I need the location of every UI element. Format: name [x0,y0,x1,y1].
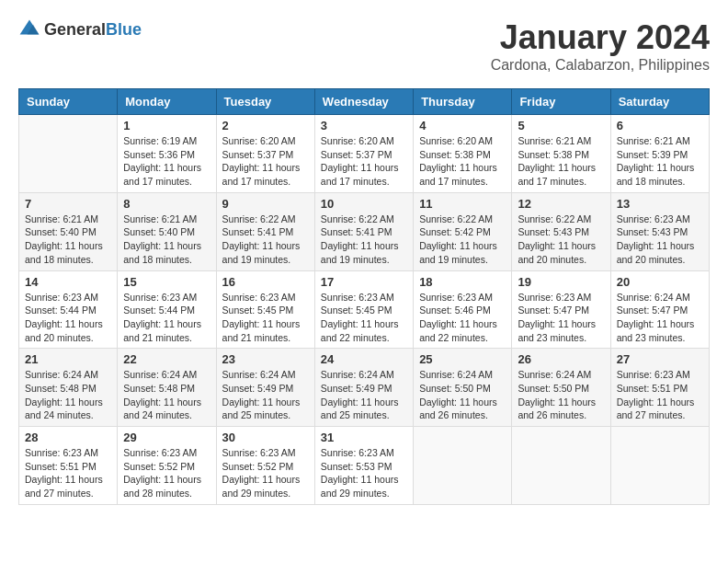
calendar-cell: 3Sunrise: 6:20 AMSunset: 5:37 PMDaylight… [314,115,413,193]
day-number: 7 [25,197,111,211]
page-header: GeneralBlue January 2024 Cardona, Calaba… [18,18,710,74]
cell-info: Sunrise: 6:21 AMSunset: 5:40 PMDaylight:… [25,213,111,267]
day-number: 14 [25,275,111,289]
day-number: 24 [321,352,407,366]
day-number: 20 [617,275,703,289]
day-number: 22 [123,352,210,366]
calendar-cell: 27Sunrise: 6:23 AMSunset: 5:51 PMDayligh… [610,349,709,427]
cell-info: Sunrise: 6:21 AMSunset: 5:40 PMDaylight:… [123,213,210,267]
cell-info: Sunrise: 6:24 AMSunset: 5:49 PMDaylight:… [321,368,407,422]
day-number: 19 [518,275,604,289]
calendar-cell: 16Sunrise: 6:23 AMSunset: 5:45 PMDayligh… [216,270,314,349]
cell-info: Sunrise: 6:23 AMSunset: 5:44 PMDaylight:… [25,291,111,345]
calendar-cell: 25Sunrise: 6:24 AMSunset: 5:50 PMDayligh… [414,349,512,427]
cell-info: Sunrise: 6:20 AMSunset: 5:37 PMDaylight:… [321,134,407,189]
calendar-cell: 26Sunrise: 6:24 AMSunset: 5:50 PMDayligh… [512,349,610,427]
day-number: 21 [25,352,111,366]
cell-info: Sunrise: 6:24 AMSunset: 5:50 PMDaylight:… [518,368,604,422]
calendar-cell: 23Sunrise: 6:24 AMSunset: 5:49 PMDayligh… [216,349,314,427]
calendar-cell: 13Sunrise: 6:23 AMSunset: 5:43 PMDayligh… [610,192,709,270]
cell-info: Sunrise: 6:20 AMSunset: 5:37 PMDaylight:… [222,134,309,189]
cell-info: Sunrise: 6:23 AMSunset: 5:52 PMDaylight:… [222,446,309,500]
day-number: 13 [617,197,703,211]
day-number: 23 [222,352,309,366]
day-number: 6 [617,119,703,132]
calendar-cell: 18Sunrise: 6:23 AMSunset: 5:46 PMDayligh… [414,270,512,349]
location-title: Cardona, Calabarzon, Philippines [491,57,710,74]
cell-info: Sunrise: 6:24 AMSunset: 5:50 PMDaylight:… [419,368,506,422]
calendar-cell: 15Sunrise: 6:23 AMSunset: 5:44 PMDayligh… [118,270,216,349]
calendar-cell: 9Sunrise: 6:22 AMSunset: 5:41 PMDaylight… [216,192,314,270]
calendar-week-row: 7Sunrise: 6:21 AMSunset: 5:40 PMDaylight… [19,192,710,270]
calendar-week-row: 14Sunrise: 6:23 AMSunset: 5:44 PMDayligh… [19,270,710,349]
calendar-cell: 11Sunrise: 6:22 AMSunset: 5:42 PMDayligh… [414,192,512,270]
day-number: 15 [123,275,210,289]
calendar-cell: 22Sunrise: 6:24 AMSunset: 5:48 PMDayligh… [118,349,216,427]
cell-info: Sunrise: 6:23 AMSunset: 5:52 PMDaylight:… [123,446,210,500]
cell-info: Sunrise: 6:20 AMSunset: 5:38 PMDaylight:… [419,134,506,189]
logo-text-blue: Blue [106,20,142,39]
calendar-day-header: Monday [118,89,216,115]
cell-info: Sunrise: 6:23 AMSunset: 5:45 PMDaylight:… [222,291,309,345]
calendar-cell: 19Sunrise: 6:23 AMSunset: 5:47 PMDayligh… [512,270,610,349]
calendar-cell: 30Sunrise: 6:23 AMSunset: 5:52 PMDayligh… [216,427,314,505]
calendar-cell: 12Sunrise: 6:22 AMSunset: 5:43 PMDayligh… [512,192,610,270]
calendar-week-row: 28Sunrise: 6:23 AMSunset: 5:51 PMDayligh… [19,427,710,505]
calendar-cell: 4Sunrise: 6:20 AMSunset: 5:38 PMDaylight… [414,115,512,193]
calendar-table: SundayMondayTuesdayWednesdayThursdayFrid… [18,88,710,505]
logo-icon [18,18,40,40]
cell-info: Sunrise: 6:23 AMSunset: 5:45 PMDaylight:… [321,291,407,345]
calendar-cell: 5Sunrise: 6:21 AMSunset: 5:38 PMDaylight… [512,115,610,193]
calendar-day-header: Friday [512,89,610,115]
day-number: 16 [222,275,309,289]
cell-info: Sunrise: 6:24 AMSunset: 5:48 PMDaylight:… [25,368,111,422]
day-number: 1 [123,119,210,132]
calendar-cell: 21Sunrise: 6:24 AMSunset: 5:48 PMDayligh… [19,349,118,427]
calendar-cell: 24Sunrise: 6:24 AMSunset: 5:49 PMDayligh… [314,349,413,427]
cell-info: Sunrise: 6:21 AMSunset: 5:38 PMDaylight:… [518,134,604,189]
cell-info: Sunrise: 6:23 AMSunset: 5:53 PMDaylight:… [321,446,407,500]
day-number: 4 [419,119,506,132]
calendar-day-header: Sunday [19,89,118,115]
calendar-cell: 2Sunrise: 6:20 AMSunset: 5:37 PMDaylight… [216,115,314,193]
calendar-cell: 29Sunrise: 6:23 AMSunset: 5:52 PMDayligh… [118,427,216,505]
day-number: 27 [617,352,703,366]
calendar-cell: 7Sunrise: 6:21 AMSunset: 5:40 PMDaylight… [19,192,118,270]
cell-info: Sunrise: 6:23 AMSunset: 5:51 PMDaylight:… [617,368,703,422]
calendar-cell: 1Sunrise: 6:19 AMSunset: 5:36 PMDaylight… [118,115,216,193]
calendar-cell: 8Sunrise: 6:21 AMSunset: 5:40 PMDaylight… [118,192,216,270]
logo-text-general: General [44,20,106,39]
calendar-cell [19,115,118,193]
day-number: 2 [222,119,309,132]
day-number: 9 [222,197,309,211]
day-number: 8 [123,197,210,211]
calendar-cell [512,427,610,505]
cell-info: Sunrise: 6:23 AMSunset: 5:47 PMDaylight:… [518,291,604,345]
calendar-cell: 17Sunrise: 6:23 AMSunset: 5:45 PMDayligh… [314,270,413,349]
title-area: January 2024 Cardona, Calabarzon, Philip… [491,18,710,74]
cell-info: Sunrise: 6:23 AMSunset: 5:46 PMDaylight:… [419,291,506,345]
cell-info: Sunrise: 6:22 AMSunset: 5:43 PMDaylight:… [518,213,604,267]
day-number: 30 [222,431,309,444]
calendar-cell: 31Sunrise: 6:23 AMSunset: 5:53 PMDayligh… [314,427,413,505]
calendar-cell: 14Sunrise: 6:23 AMSunset: 5:44 PMDayligh… [19,270,118,349]
cell-info: Sunrise: 6:24 AMSunset: 5:48 PMDaylight:… [123,368,210,422]
calendar-day-header: Wednesday [314,89,413,115]
cell-info: Sunrise: 6:22 AMSunset: 5:41 PMDaylight:… [222,213,309,267]
cell-info: Sunrise: 6:23 AMSunset: 5:44 PMDaylight:… [123,291,210,345]
day-number: 12 [518,197,604,211]
cell-info: Sunrise: 6:23 AMSunset: 5:51 PMDaylight:… [25,446,111,500]
month-title: January 2024 [491,18,710,57]
calendar-body: 1Sunrise: 6:19 AMSunset: 5:36 PMDaylight… [19,115,710,505]
cell-info: Sunrise: 6:23 AMSunset: 5:43 PMDaylight:… [617,213,703,267]
calendar-day-header: Saturday [610,89,709,115]
calendar-header-row: SundayMondayTuesdayWednesdayThursdayFrid… [19,89,710,115]
cell-info: Sunrise: 6:22 AMSunset: 5:42 PMDaylight:… [419,213,506,267]
day-number: 10 [321,197,407,211]
day-number: 5 [518,119,604,132]
day-number: 28 [25,431,111,444]
day-number: 3 [321,119,407,132]
calendar-day-header: Thursday [414,89,512,115]
day-number: 17 [321,275,407,289]
calendar-cell: 6Sunrise: 6:21 AMSunset: 5:39 PMDaylight… [610,115,709,193]
